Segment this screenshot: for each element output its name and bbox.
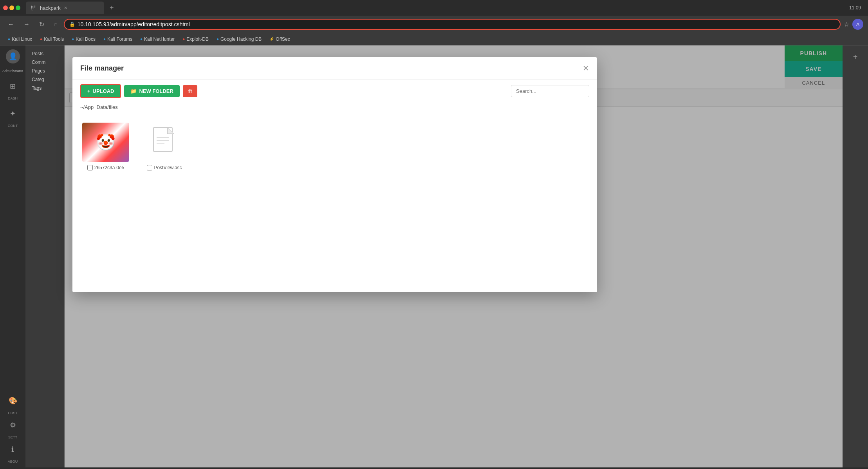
- bookmark-kali-nethunter[interactable]: ● Kali NetHunter: [137, 35, 178, 43]
- file-manager-header: File manager ✕: [72, 57, 597, 80]
- browser-nav: ← → ↻ ⌂ 🔒 ☆ A: [0, 16, 868, 33]
- tab-title: hackpark: [40, 5, 61, 11]
- file-manager-search-input[interactable]: [511, 85, 589, 97]
- new-folder-icon: 📁: [130, 88, 137, 94]
- sidebar-item-content[interactable]: ✦: [6, 107, 20, 121]
- sidebar-item-customize[interactable]: 🎨: [6, 394, 20, 408]
- home-button[interactable]: ⌂: [51, 19, 61, 29]
- file-checkbox-clown[interactable]: [87, 165, 93, 170]
- browser-profile-avatar[interactable]: A: [852, 19, 863, 30]
- bookmark-kali-docs[interactable]: ● Kali Docs: [69, 35, 99, 43]
- bookmark-exploit-db[interactable]: ● Exploit-DB: [179, 35, 212, 43]
- address-security-icon: 🔒: [69, 22, 75, 27]
- editor-area: PUBLISH SAVE CANCEL Formats B U I ≡ ≡ ≡ …: [65, 45, 843, 467]
- system-time: 11:09: [849, 5, 861, 11]
- file-thumbnail-clown: 🤡: [82, 123, 129, 162]
- file-manager-overlay: File manager ✕ + UPLOAD 📁 NEW FOLDER: [65, 45, 843, 467]
- reload-button[interactable]: ↻: [36, 19, 47, 30]
- address-bar-container: 🔒: [64, 19, 841, 30]
- sidebar-item-settings[interactable]: ⚙: [6, 418, 20, 432]
- tab-close-button[interactable]: ✕: [64, 5, 67, 11]
- file-label-postview: PostView.asc: [147, 165, 182, 170]
- upload-button[interactable]: + UPLOAD: [80, 84, 121, 98]
- browser-tab[interactable]: 🏴 hackpark ✕: [26, 2, 104, 14]
- new-folder-button[interactable]: 📁 NEW FOLDER: [124, 85, 179, 97]
- clown-image: 🤡: [82, 123, 129, 162]
- sidebar-dashboard-label: DASH: [8, 96, 18, 100]
- sidebar-tags[interactable]: Tags: [29, 84, 60, 92]
- file-manager-path: ~/App_Data/files: [72, 103, 597, 115]
- sidebar-pages[interactable]: Pages: [29, 67, 60, 75]
- bookmark-kali-tools[interactable]: ● Kali Tools: [37, 35, 67, 43]
- right-panel: +: [843, 45, 868, 467]
- sidebar-cust-label: CUST: [8, 411, 18, 415]
- browser-chrome: 🏴 hackpark ✕ + 11:09 ← → ↻ ⌂ 🔒 ☆ A ● Kal…: [0, 0, 868, 45]
- bookmarks-bar: ● Kali Linux ● Kali Tools ● Kali Docs ● …: [0, 33, 868, 45]
- bookmark-google-hacking-db[interactable]: ● Google Hacking DB: [213, 35, 265, 43]
- file-manager-title: File manager: [80, 64, 124, 72]
- file-manager-close-button[interactable]: ✕: [583, 63, 589, 73]
- file-item-postview[interactable]: PostView.asc: [139, 119, 190, 174]
- content-sub-sidebar: Posts Comm Pages Categ Tags: [25, 45, 65, 467]
- file-manager-dialog: File manager ✕ + UPLOAD 📁 NEW FOLDER: [72, 57, 597, 292]
- sidebar-settings-label: SETT: [8, 435, 17, 439]
- address-bar[interactable]: [78, 21, 835, 27]
- file-manager-toolbar: + UPLOAD 📁 NEW FOLDER 🗑: [72, 80, 597, 103]
- bookmark-kali-linux[interactable]: ● Kali Linux: [5, 35, 35, 43]
- sidebar-item-about[interactable]: ℹ: [6, 442, 20, 456]
- sidebar-content-label: CONT: [8, 124, 18, 128]
- bookmark-offsec[interactable]: ⚡ OffSec: [266, 35, 293, 43]
- bookmark-kali-forums[interactable]: ● Kali Forums: [100, 35, 135, 43]
- bookmark-star-icon[interactable]: ☆: [844, 21, 849, 28]
- sidebar-comments[interactable]: Comm: [29, 58, 60, 67]
- back-button[interactable]: ←: [5, 19, 17, 29]
- cms-sidebar: 👤 Administrator ⊞ DASH ✦ CONT 🎨 CUST ⚙ S…: [0, 45, 25, 467]
- file-item-clown[interactable]: 🤡 26572c3a-0e5: [80, 119, 131, 174]
- new-tab-button[interactable]: +: [106, 4, 117, 12]
- sidebar-item-dashboard[interactable]: ⊞: [6, 79, 20, 93]
- sidebar-posts[interactable]: Posts: [29, 49, 60, 58]
- admin-avatar[interactable]: 👤: [6, 49, 20, 63]
- file-icon-postview: [141, 123, 188, 162]
- add-widget-button[interactable]: +: [850, 49, 861, 65]
- file-label-clown: 26572c3a-0e5: [87, 165, 125, 170]
- main-content: PUBLISH SAVE CANCEL Formats B U I ≡ ≡ ≡ …: [65, 45, 843, 467]
- tab-favicon: 🏴: [31, 5, 37, 11]
- file-manager-files: 🤡 26572c3a-0e5: [72, 115, 597, 178]
- delete-icon: 🗑: [188, 88, 193, 94]
- file-checkbox-postview[interactable]: [147, 165, 152, 170]
- browser-content: 👤 Administrator ⊞ DASH ✦ CONT 🎨 CUST ⚙ S…: [0, 45, 868, 467]
- sidebar-about-label: ABOU: [8, 460, 18, 464]
- upload-plus-icon: +: [87, 88, 90, 94]
- delete-button[interactable]: 🗑: [183, 85, 197, 97]
- forward-button[interactable]: →: [20, 19, 33, 29]
- admin-label: Administrator: [2, 69, 23, 73]
- browser-top-bar: 🏴 hackpark ✕ + 11:09: [0, 0, 868, 16]
- sidebar-categories[interactable]: Categ: [29, 75, 60, 84]
